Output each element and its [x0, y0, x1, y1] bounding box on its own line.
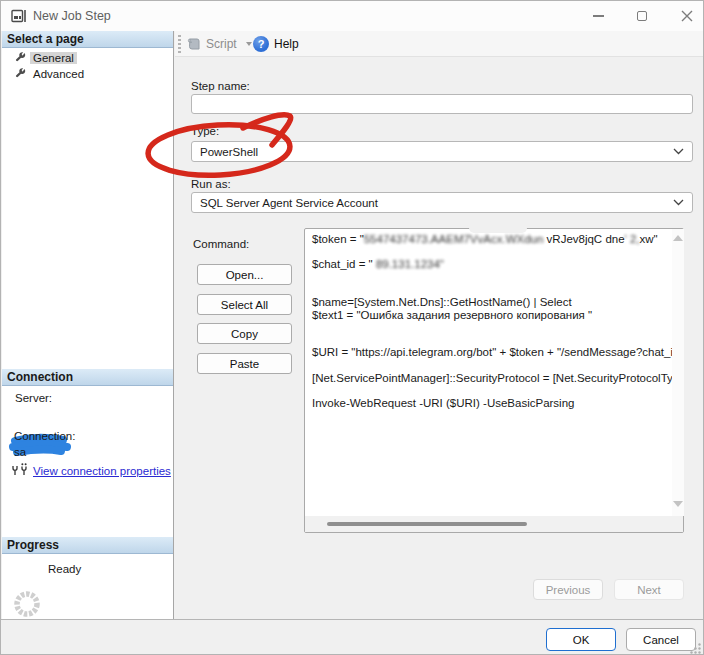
sidebar-item-label: Advanced: [30, 68, 87, 80]
run-as-selected-value: SQL Server Agent Service Account: [200, 197, 378, 209]
help-button[interactable]: ? Help: [253, 31, 299, 57]
connection-section-header: Connection: [2, 369, 173, 386]
close-icon: [681, 10, 693, 22]
script-icon: [187, 37, 201, 51]
sidebar-item-advanced[interactable]: Advanced: [2, 66, 173, 81]
connection-label: Connection:: [14, 430, 75, 442]
toolbar: Script ? Help: [175, 31, 704, 57]
window-title: New Job Step: [33, 9, 111, 23]
script-label: Script: [206, 37, 237, 51]
type-label: Type:: [191, 125, 219, 137]
sidebar-item-general[interactable]: General: [2, 50, 173, 65]
type-selected-value: PowerShell: [200, 146, 258, 158]
title-bar: New Job Step: [1, 1, 703, 31]
run-as-label: Run as:: [191, 178, 231, 190]
copy-button[interactable]: Copy: [197, 323, 292, 344]
dialog-icon: [11, 9, 27, 23]
command-horizontal-scrollbar[interactable]: [305, 517, 683, 532]
new-job-step-dialog: New Job Step Select a page General Advan…: [0, 0, 704, 655]
maximize-button[interactable]: [625, 1, 659, 31]
command-text[interactable]: $token = "5547437473.AAEM7VvAcx.WXdun vR…: [305, 229, 672, 516]
server-label: Server:: [15, 392, 52, 404]
scroll-down-icon: [673, 501, 683, 507]
run-as-select[interactable]: SQL Server Agent Service Account: [191, 192, 693, 213]
chevron-down-icon: [673, 148, 684, 155]
previous-button[interactable]: Previous: [533, 579, 603, 600]
progress-section-header: Progress: [2, 537, 173, 554]
progress-spinner-icon: [12, 589, 42, 619]
help-label: Help: [274, 37, 299, 51]
wrench-icon: [15, 68, 26, 79]
sidebar: Select a page General Advanced Connectio…: [2, 31, 174, 619]
connection-value: sa: [14, 446, 26, 458]
minimize-button[interactable]: [581, 1, 615, 31]
horizontal-scroll-thumb[interactable]: [327, 522, 527, 526]
help-icon: ?: [253, 36, 269, 52]
script-dropdown-icon: [246, 42, 252, 46]
command-label: Command:: [193, 238, 249, 250]
toolbar-grip[interactable]: [178, 35, 181, 53]
chevron-down-icon: [673, 199, 684, 206]
redaction-blob: [469, 222, 527, 233]
close-button[interactable]: [670, 1, 704, 31]
maximize-icon: [637, 11, 647, 21]
ok-button[interactable]: OK: [546, 628, 616, 651]
open-button[interactable]: Open...: [197, 264, 292, 285]
step-name-input[interactable]: [191, 94, 693, 114]
script-button[interactable]: Script: [187, 31, 252, 57]
command-editor: $token = "5547437473.AAEM7VvAcx.WXdun vR…: [304, 228, 684, 533]
view-connection-properties-link[interactable]: View connection properties: [33, 465, 171, 477]
sidebar-item-label: General: [30, 52, 77, 64]
type-select[interactable]: PowerShell: [191, 141, 693, 162]
cancel-button[interactable]: Cancel: [626, 628, 696, 651]
footer: OK Cancel: [1, 619, 703, 655]
minimize-icon: [593, 15, 604, 17]
wrench-icon: [15, 52, 26, 63]
command-vertical-scrollbar[interactable]: [672, 229, 684, 516]
step-name-label: Step name:: [191, 80, 250, 92]
select-a-page-header: Select a page: [2, 31, 173, 48]
connection-properties-icon: [11, 463, 29, 477]
select-all-button[interactable]: Select All: [197, 294, 292, 315]
resize-grip[interactable]: [689, 642, 702, 655]
progress-status: Ready: [48, 563, 81, 575]
scroll-up-icon: [673, 235, 683, 241]
next-button[interactable]: Next: [614, 579, 684, 600]
paste-button[interactable]: Paste: [197, 353, 292, 374]
